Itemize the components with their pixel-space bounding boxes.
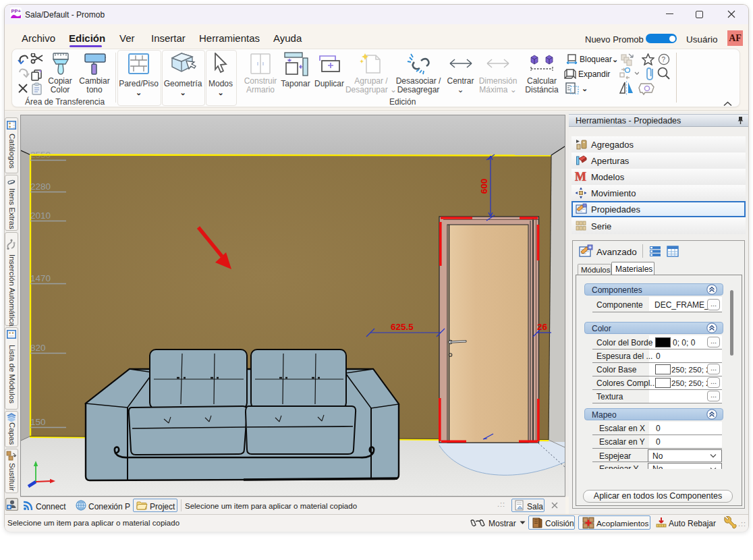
svg-text:PP+: PP+	[11, 8, 22, 14]
svg-text:820: 820	[30, 343, 46, 353]
svg-text:150: 150	[30, 417, 46, 427]
svg-text:1470: 1470	[30, 273, 51, 283]
svg-text:600: 600	[479, 179, 489, 194]
svg-text:625.5: 625.5	[391, 322, 414, 332]
svg-text:?: ?	[662, 56, 666, 63]
svg-text:26: 26	[537, 322, 548, 332]
svg-text:2010: 2010	[30, 211, 51, 221]
svg-text:2280: 2280	[30, 181, 51, 192]
